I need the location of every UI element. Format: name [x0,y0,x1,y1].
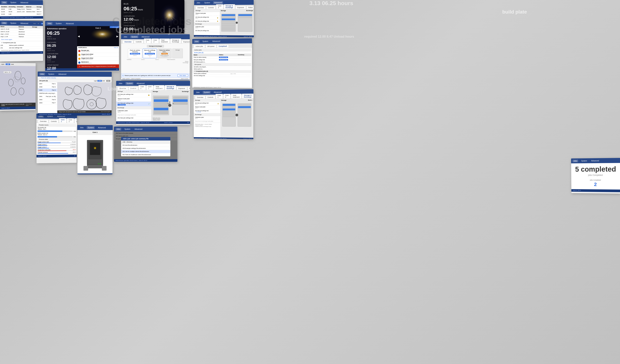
nav-advanced-aj[interactable]: Advanced [133,128,143,131]
exchange-item-jr-1[interactable]: Calibration plateSlot 9 [194,26,220,29]
tab-heat-srb[interactable]: Heat treatment [231,94,242,99]
file-item-001[interactable]: 001 test.RecoExtension [121,144,170,147]
nav-system-jr[interactable]: System [203,1,211,4]
storage-box-sys[interactable]: Storage [172,48,183,58]
nav-system-parts[interactable]: System [47,73,55,75]
nav-jobs-expo[interactable]: Jobs [79,126,84,129]
nav-jobs-jr[interactable]: Jobs [196,1,201,4]
nav-jobs-2[interactable]: Jobs [1,22,7,24]
table-row[interactable]: July 1, 13:22Aluminum [0,33,43,36]
tab-storage-jr[interactable]: Storage & Exchange [224,4,235,9]
exchange-item-jr-2[interactable]: 241 New job settings trial [194,29,220,32]
tab-core1[interactable]: Core 1 [59,118,66,123]
tab-core2-sys[interactable]: Core 2 [152,39,159,43]
nav-advanced-srb[interactable]: Advanced [213,91,223,94]
queue-row-1[interactable]: Job with a very long tit... [193,66,251,68]
part-item-2838[interactable]: 2838 Part 3 [38,86,57,89]
tab-active-jar[interactable]: Active jobs [194,45,205,48]
dont-show-overlay-btn[interactable]: Don't show again [101,111,110,112]
nav-advanced-sys[interactable]: Advanced [140,36,150,38]
tab-ov-srb[interactable]: Overview [195,96,205,99]
tab-heat[interactable]: Heat treatment [75,118,77,123]
storage-item-jr-2[interactable]: 241 New job settings trialSlot 9 🔒 [194,16,220,20]
nav-advanced-jar[interactable]: Advanced [211,40,221,43]
tab-overview[interactable]: Overview [38,120,48,123]
table-row[interactable]: 00:002:00Today, 21:41TitaniumSlot 1 [0,8,42,10]
tab-exposure-sys[interactable]: Exposure [181,40,190,43]
core2-box-sys[interactable]: New job settings trial Manufacturing Cor… [143,48,157,58]
nav-jobs-main[interactable]: Jobs [46,22,52,25]
exposure-tab[interactable]: Storage & Exchange [147,45,164,47]
tab-expo-st[interactable]: Exposure [176,87,187,90]
nav-jobs-jar[interactable]: Jobs [194,40,199,43]
active-job-row-2[interactable]: New job settings trial Manufacturing [193,58,251,61]
tab-ctrl-jr[interactable]: Controls [206,6,216,9]
nav-system-sys[interactable]: System [130,36,138,38]
tab-c1-srb[interactable]: Core 1 [216,94,223,99]
table-row[interactable]: 01:0053:45June 6, 1:20Stainless SteelSlo… [0,10,42,13]
nav-advanced-jr[interactable]: Advanced [213,1,223,4]
tab-c3-jr[interactable]: Core 3 [216,4,223,9]
storage-srb-3[interactable]: 241 New job settings trial→ Exchange [194,109,220,113]
tab-heat-st[interactable]: Heat treatment [154,85,164,90]
nav-advanced[interactable]: Advanced [19,1,29,4]
nav-jobs-srb[interactable]: Jobs [195,91,201,94]
nav-system-storage[interactable]: System [125,82,133,85]
heat-box-sys[interactable]: Parts for airline med... Heating Heat tr… [157,48,171,58]
nav-system-cj[interactable]: System [580,160,588,162]
active-job-row-3[interactable]: 235 Various parts co... [193,61,251,63]
dont-show-btn[interactable]: Don't show again [26,103,34,106]
tab-storage-st[interactable]: Storage & Exchange [165,85,176,90]
nav-advanced-main[interactable]: Advanced [65,22,75,25]
tab-core1-sys[interactable]: Core 1 [144,39,151,43]
nav-system-srb[interactable]: System [203,91,211,94]
tab-robot-st[interactable]: Robot [187,87,190,90]
storage-item-jr-3[interactable]: 241 New job settings trial 🔒 [194,20,220,23]
nav-jobs-cj[interactable]: Jobs [573,160,578,162]
table-row[interactable]: July 2, 1:35Titanium [0,35,43,38]
nav-advanced-storage[interactable]: Advanced [136,82,145,85]
tab-overview-sys[interactable]: Overview [123,40,133,43]
exchange-drop-zone[interactable]: Drop here to exchange build plate [116,114,151,116]
tab-heat-sys[interactable]: Heat treatment [159,39,170,43]
storage-srb-2[interactable]: Titanium build plateSlot 8 [194,105,220,109]
tab-ctrl-st[interactable]: Controls [128,87,138,90]
file-item-501[interactable]: 501 Parts for healthcare client.RecoExte… [121,153,170,156]
nav-advanced-cj[interactable]: Advanced [590,159,600,162]
storage-item-241[interactable]: 241 New job settings trial Slot 9 🔒 [116,93,151,97]
view-all-link[interactable]: View all [114,47,118,48]
part-item-2842[interactable]: 2842 Part 5 [38,98,57,101]
exchange-item-calib[interactable]: Calibration plate Slot 9 [116,109,151,114]
view-status-btn[interactable]: View status [178,74,188,77]
tab-expo-jr[interactable]: Exposure [235,6,246,9]
tab-core2[interactable]: Core 2 [67,118,74,123]
completed-row-2[interactable]: Job new settings trial [193,74,251,77]
file-item-322[interactable]: 322 Job for multiple clients.RecoExtensi… [121,150,170,153]
nav-system-main[interactable]: System [55,22,63,25]
nav-jobs-aj[interactable]: Jobs [115,128,121,131]
queue-row-2[interactable]: Various parts co... [193,68,251,70]
file-item-203[interactable]: 203 Example settings.RecoExtension [121,147,170,150]
tab-controls-sys[interactable]: Controls [134,40,144,43]
storage-item-titanium[interactable]: Titanium build plate Slot 8 [116,97,151,102]
exchange-item-241-2[interactable]: 241 New job settings trial [116,116,151,120]
part-item-2843[interactable]: 2843 Part 7 [38,101,57,104]
nav-jobs-parts[interactable]: Jobs [39,73,45,75]
tab-robot-jr[interactable]: Robot [246,6,254,9]
nav-jobs[interactable]: Jobs [1,1,7,4]
tab-storage-sys[interactable]: Storage & Exchange [170,39,181,43]
tab-ov-st[interactable]: Overview [118,87,128,90]
nav-system-aj[interactable]: System [123,128,131,131]
core1-box-sys[interactable]: Parts for airline industry Manufacturing… [128,48,142,58]
part-item-2839[interactable]: 2839 Part 3 [38,89,57,92]
nav-advanced-parts[interactable]: Advanced [57,73,67,75]
nav-system-2[interactable]: System [9,22,17,25]
nav-system[interactable]: System [9,1,17,4]
edit-btn[interactable]: Edit [106,80,110,82]
tab-storage-srb[interactable]: Storage & Exchange [242,94,253,99]
tab-c1-st[interactable]: Core 1 [139,85,146,90]
nav-system-jar[interactable]: System [201,40,209,43]
nav-advanced-expo[interactable]: Advanced [97,126,107,129]
part-item-2847[interactable]: 2847 Part 1 [38,82,57,85]
exchange-drop-srb[interactable]: Drop here to exchange build plate [194,120,220,123]
